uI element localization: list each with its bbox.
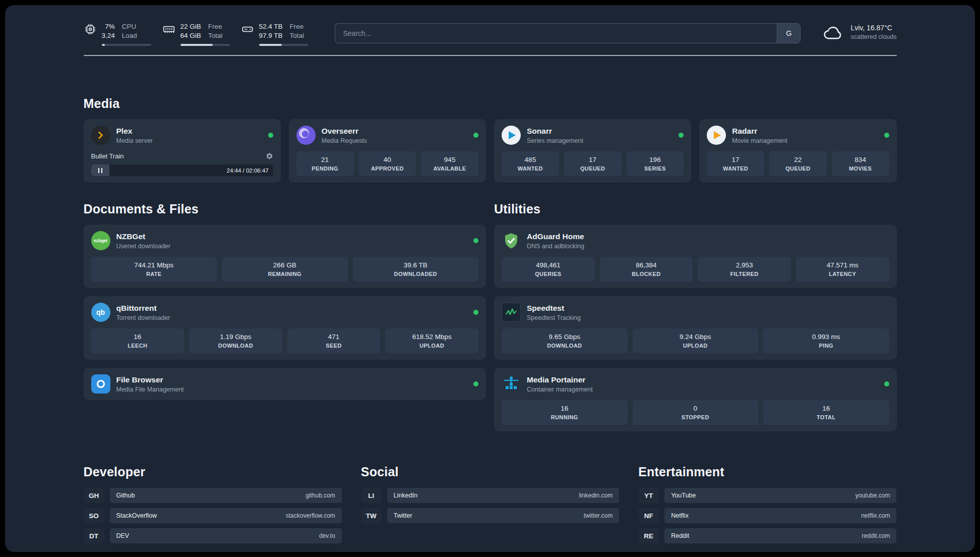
- stat-value: 17: [732, 156, 740, 163]
- bookmark-name: YouTube: [671, 492, 696, 499]
- bookmark-link[interactable]: StackOverflowstackoverflow.com: [110, 508, 342, 523]
- app-subtitle: Speedtest Tracking: [527, 314, 581, 321]
- cpu-progress-bar: [102, 44, 151, 46]
- stat-value: 618.52 Mbps: [412, 333, 452, 341]
- stat-value: 196: [649, 156, 661, 163]
- stat-value: 16: [561, 405, 568, 412]
- disk-total-value: 97.9 TB: [259, 31, 283, 40]
- section-developer: Developer GHGithubgithub.comSOStackOverf…: [84, 465, 342, 543]
- settings-gear-icon[interactable]: [266, 152, 273, 160]
- adguard-app-link[interactable]: AdGuard Home DNS and adblocking: [502, 231, 889, 250]
- speedtest-stats: 9.65 GbpsDOWNLOAD9.24 GbpsUPLOAD0.993 ms…: [502, 322, 889, 353]
- search-engine-button[interactable]: G: [777, 24, 800, 43]
- ram-free-value: 22 GiB: [180, 22, 201, 31]
- portainer-stats: 16RUNNING0STOPPED16TOTAL: [502, 394, 889, 425]
- stat-label: LEECH: [128, 343, 147, 349]
- stat-tile: 618.52 MbpsUPLOAD: [385, 328, 478, 353]
- stat-value: 86,384: [636, 261, 656, 269]
- stat-tile: 16LEECH: [91, 328, 185, 353]
- section-title-utilities: Utilities: [494, 202, 897, 216]
- bookmark-link[interactable]: Githubgithub.com: [110, 488, 342, 503]
- app-card-filebrowser: File Browser Media File Management: [84, 368, 486, 400]
- radarr-app-link[interactable]: Radarr Movie management: [707, 126, 889, 145]
- cpu-load-value: 3.24: [102, 31, 115, 40]
- portainer-icon: [502, 374, 521, 394]
- bookmark-link[interactable]: DEVdev.to: [110, 528, 342, 543]
- stat-tile: 17WANTED: [707, 151, 764, 176]
- stat-label: AVAILABLE: [434, 165, 466, 172]
- adguard-stats: 498,461QUERIES86,384BLOCKED2,953FILTERED…: [502, 250, 889, 282]
- app-name: Speedtest: [527, 304, 581, 313]
- bookmark-name: DEV: [116, 532, 130, 539]
- ram-label-2: Total: [208, 31, 223, 40]
- player-progress[interactable]: 24:44 / 02:06:47: [91, 164, 273, 176]
- overseerr-app-link[interactable]: Overseerr Media Requests: [296, 126, 478, 145]
- stat-value: 47.571 ms: [827, 261, 859, 269]
- app-subtitle: Container management: [527, 386, 593, 393]
- bookmark-abbr: LI: [361, 488, 382, 503]
- bookmark-abbr: GH: [84, 488, 104, 503]
- app-subtitle: Media File Management: [116, 386, 184, 393]
- stat-tile: 834MOVIES: [832, 151, 889, 176]
- stat-label: WANTED: [518, 165, 543, 172]
- bookmark-link[interactable]: Twittertwitter.com: [387, 508, 619, 523]
- plex-icon: [91, 126, 110, 145]
- app-subtitle: Torrent downloader: [116, 314, 170, 321]
- stat-value: 22: [794, 156, 802, 163]
- speedtest-app-link[interactable]: Speedtest Speedtest Tracking: [502, 303, 889, 322]
- qbittorrent-stats: 16LEECH1.19 GbpsDOWNLOAD471SEED618.52 Mb…: [91, 322, 479, 353]
- plex-app-link[interactable]: Plex Media server: [91, 126, 273, 145]
- qbittorrent-app-link[interactable]: qb qBittorrent Torrent downloader: [91, 303, 479, 322]
- sonarr-app-link[interactable]: Sonarr Series management: [502, 126, 684, 145]
- stat-value: 40: [384, 156, 391, 163]
- stat-label: SEED: [326, 343, 342, 349]
- bookmark-name: StackOverflow: [116, 512, 157, 519]
- section-social: Social LILinkedInlinkedin.comTWTwittertw…: [361, 465, 619, 543]
- bookmark-link[interactable]: YouTubeyoutube.com: [664, 488, 896, 503]
- developer-bookmarks: GHGithubgithub.comSOStackOverflowstackov…: [84, 488, 342, 543]
- ram-label-1: Free: [208, 22, 222, 31]
- stat-label: PENDING: [312, 165, 338, 172]
- status-dot: [679, 133, 684, 138]
- cpu-widget: 7% 3.24 CPU Load: [84, 22, 151, 46]
- disk-widget: 52.4 TB 97.9 TB Free Total: [241, 22, 309, 46]
- disk-label-2: Total: [290, 31, 304, 40]
- app-card-adguard: AdGuard Home DNS and adblocking 498,461Q…: [494, 225, 897, 288]
- stat-tile: 0.993 msPING: [763, 328, 889, 353]
- app-name: Overseerr: [322, 127, 367, 136]
- bookmark-url: reddit.com: [862, 532, 890, 539]
- app-name: qBittorrent: [116, 304, 170, 313]
- app-name: Media Portainer: [527, 375, 593, 384]
- pause-button[interactable]: [91, 164, 109, 176]
- bookmark-link[interactable]: Redditreddit.com: [664, 528, 896, 543]
- cpu-usage-value: 7%: [105, 22, 115, 31]
- overseerr-stats: 21PENDING40APPROVED945AVAILABLE: [296, 145, 478, 176]
- app-name: NZBGet: [116, 232, 171, 241]
- filebrowser-app-link[interactable]: File Browser Media File Management: [91, 374, 479, 394]
- stat-label: REMAINING: [268, 271, 301, 277]
- cpu-label-1: CPU: [122, 22, 137, 31]
- stat-value: 834: [854, 156, 866, 163]
- nzbget-app-link[interactable]: nzbget NZBGet Usenet downloader: [91, 231, 479, 250]
- stat-label: TOTAL: [817, 414, 836, 420]
- stat-tile: 1.19 GbpsDOWNLOAD: [189, 328, 282, 353]
- app-card-sonarr: Sonarr Series management 485WANTED17QUEU…: [494, 119, 691, 183]
- stat-label: UPLOAD: [419, 343, 444, 349]
- bookmark-name: Reddit: [671, 532, 689, 539]
- portainer-app-link[interactable]: Media Portainer Container management: [502, 374, 889, 394]
- topbar-divider: [84, 55, 897, 56]
- bookmark-link[interactable]: Netflixnetflix.com: [664, 508, 896, 523]
- app-name: Plex: [116, 127, 153, 136]
- weather-widget[interactable]: Lviv, 16.87°C scattered clouds: [823, 23, 896, 40]
- adguard-icon: [502, 231, 521, 250]
- stat-tile: 498,461QUERIES: [502, 257, 595, 282]
- search-input[interactable]: [335, 24, 777, 43]
- stat-label: STOPPED: [682, 414, 709, 420]
- stat-tile: 0STOPPED: [633, 400, 759, 425]
- ram-icon: [162, 23, 175, 36]
- bookmark-row: SOStackOverflowstackoverflow.com: [84, 508, 342, 523]
- bookmark-link[interactable]: LinkedInlinkedin.com: [387, 488, 619, 503]
- stat-tile: 86,384BLOCKED: [600, 257, 693, 282]
- disk-progress-bar: [259, 44, 309, 46]
- bookmark-row: YTYouTubeyoutube.com: [638, 488, 896, 503]
